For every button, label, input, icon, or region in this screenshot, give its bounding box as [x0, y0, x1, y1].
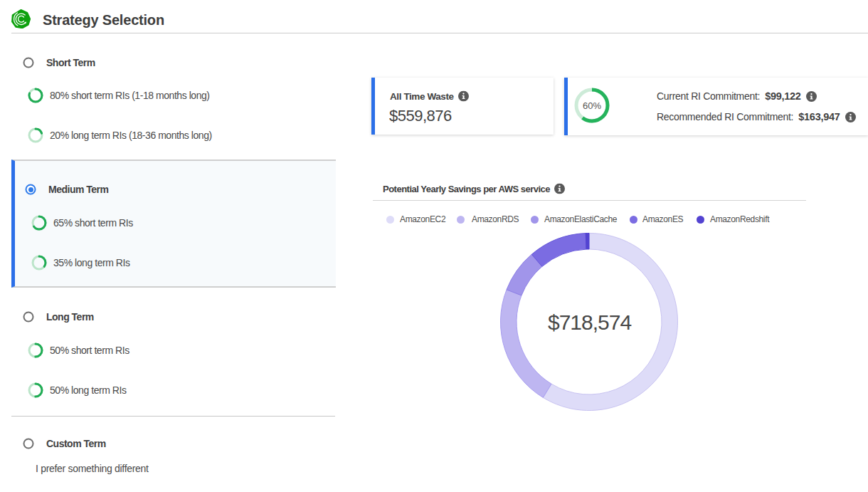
- svg-text:60%: 60%: [583, 100, 601, 111]
